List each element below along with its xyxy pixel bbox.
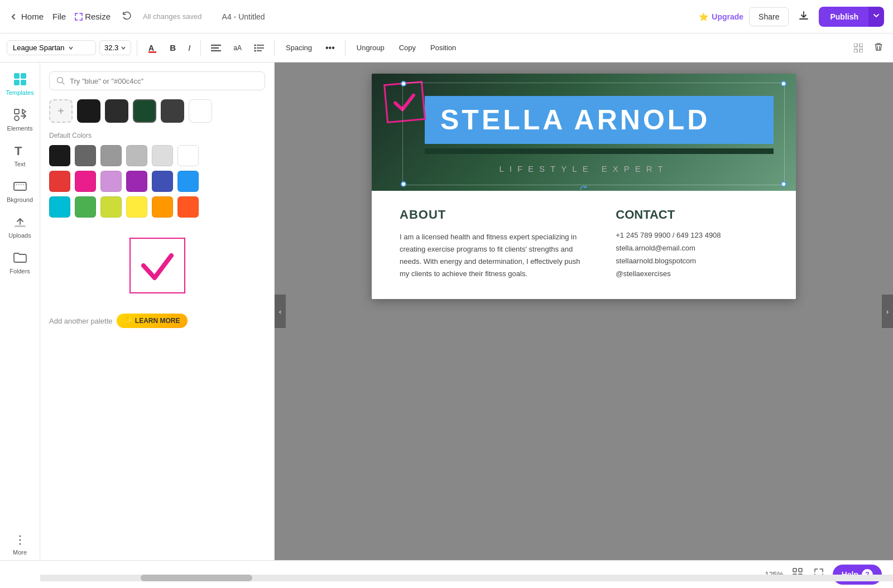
sidebar-item-uploads[interactable]: Uploads [2,210,38,243]
share-button[interactable]: Share [749,7,789,26]
color-black[interactable] [49,145,70,166]
sidebar-item-background[interactable]: Bkground [2,174,38,208]
green-bar [425,148,774,154]
font-size-select[interactable]: 32.3 [99,40,131,55]
text-color-icon: A [147,43,157,53]
about-text: I am a licensed health and fitness exper… [400,231,582,280]
position-button[interactable]: Position [425,41,462,55]
color-lime[interactable] [100,196,122,218]
svg-rect-17 [14,80,20,85]
toolbar-separator-3 [274,40,275,56]
list-icon [254,44,264,52]
sidebar-item-elements[interactable]: Elements [2,103,38,136]
checkmark-preview-svg [135,243,180,288]
name-banner[interactable]: STELLA ARNOLD [425,96,774,144]
list-button[interactable] [249,41,268,55]
learn-more-button[interactable]: ✨ LEARN MORE [117,314,188,328]
toolbar-separator-1 [137,40,137,56]
copy-button[interactable]: Copy [393,41,421,55]
svg-rect-22 [14,182,26,190]
grid-overlay-button[interactable] [849,41,867,55]
main-area: Templates Elements T Text Bkground [0,62,893,560]
color-dark-gray[interactable] [75,145,96,166]
color-search-input[interactable] [70,77,258,85]
more-options-button[interactable]: ••• [321,40,339,56]
svg-rect-30 [793,568,796,572]
color-search-box[interactable] [49,71,265,90]
text-aa-label: aA [233,44,242,52]
subtitle-section[interactable]: LIFESTYLE EXPERT [394,154,774,180]
scrollbar-thumb[interactable] [141,575,252,581]
svg-point-5 [255,44,256,46]
canvas-scroll-left[interactable]: ‹ [275,295,286,328]
templates-icon [12,71,28,87]
bottom-bar: 125% Help ? [0,560,893,588]
color-swatch-black[interactable] [77,99,100,123]
about-section: ABOUT I am a licensed health and fitness… [400,208,582,282]
align-button[interactable] [207,41,225,55]
publish-button[interactable]: Publish [819,7,870,27]
left-sidebar: Templates Elements T Text Bkground [0,62,40,560]
text-label: Text [14,161,25,167]
header-checkmark[interactable] [385,83,424,122]
color-green[interactable] [75,196,96,218]
sidebar-item-more[interactable]: More [2,529,38,560]
color-swatch-gray[interactable] [161,99,184,123]
color-purple[interactable] [126,171,147,192]
undo-button[interactable] [119,8,134,25]
text-icon: T [12,143,28,158]
sidebar-item-templates[interactable]: Templates [2,67,38,100]
color-red[interactable] [49,171,70,192]
file-button[interactable]: File [52,12,66,21]
color-light-gray[interactable] [126,145,147,166]
color-lavender[interactable] [100,171,122,192]
font-family-select[interactable]: League Spartan [7,40,96,55]
align-icon [211,44,221,52]
home-button[interactable]: Home [9,12,44,21]
resume-canvas[interactable]: STELLA ARNOLD LIFESTYLE EXPERT [372,74,796,299]
svg-rect-18 [21,80,26,85]
italic-button[interactable]: I [184,40,195,55]
checkmark-icon [390,87,420,117]
color-deep-orange[interactable] [177,196,199,218]
color-row-bright [49,171,265,192]
rotation-handle[interactable] [578,184,589,191]
color-cyan[interactable] [49,196,70,218]
svg-point-20 [15,116,19,121]
svg-rect-13 [854,49,857,52]
color-white[interactable] [177,145,199,166]
checkmark-preview-box [129,238,185,293]
svg-point-27 [19,543,21,545]
color-orange[interactable] [152,196,173,218]
canvas-area[interactable]: ‹ › STELLA ARNOLD [275,62,893,560]
horizontal-scrollbar[interactable] [40,575,893,581]
color-swatch-white[interactable] [189,99,212,123]
canvas-scroll-right[interactable]: › [882,295,893,328]
svg-point-25 [19,536,21,537]
publish-dropdown-button[interactable] [868,7,884,27]
bold-button[interactable]: B [165,40,180,55]
ungroup-button[interactable]: Ungroup [351,41,390,55]
color-yellow[interactable] [126,196,147,218]
color-indigo[interactable] [152,171,173,192]
svg-rect-19 [15,109,19,114]
color-lighter-gray[interactable] [152,145,173,166]
toolbar-separator-2 [200,40,201,56]
color-pink[interactable] [75,171,96,192]
upgrade-button[interactable]: ⭐ Upgrade [699,12,743,21]
add-palette-label: Add another palette [49,317,112,325]
text-style-button[interactable]: aA [229,41,246,55]
spacing-button[interactable]: Spacing [280,41,318,55]
download-button[interactable] [794,6,813,27]
sidebar-item-folders[interactable]: Folders [2,245,38,279]
sidebar-item-text[interactable]: T Text [2,138,38,172]
text-color-button[interactable]: A [143,40,162,56]
color-swatch-dark[interactable] [105,99,128,123]
color-mid-gray[interactable] [100,145,122,166]
add-color-button[interactable]: + [49,99,73,123]
delete-button[interactable] [871,39,886,56]
color-blue[interactable] [177,171,199,192]
color-swatch-green-selected[interactable] [133,99,156,123]
resume-body: ABOUT I am a licensed health and fitness… [372,191,796,299]
resize-button[interactable]: Resize [75,12,111,21]
